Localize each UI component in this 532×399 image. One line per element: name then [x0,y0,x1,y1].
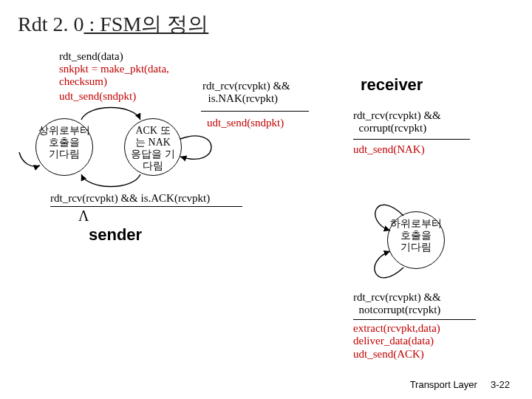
sender-state-wait-ack: ACK 또 는 NAK 응답을 기 다림 [124,118,182,176]
receiver-loop2-actions: extract(rcvpkt,data) deliver_data(data) … [353,322,440,361]
sender-top-action2: udt_send(sndpkt) [59,90,136,103]
page-title: Rdt 2. 0 : FSM의 정의 [18,10,208,38]
state-line: ACK 또 [125,125,181,137]
sender-right-event: rdt_rcv(rcvpkt) && is.NAK(rcvpkt) [202,80,290,106]
receiver-loop2-event: rdt_rcv(rcvpkt) && notcorrupt(rcvpkt) [353,291,441,317]
lambda-symbol: Λ [78,208,89,225]
state-line: 호출을 [388,230,444,242]
sender-top-event: rdt_send(data) [59,50,123,63]
sender-right-action: udt_send(sndpkt) [207,117,284,129]
state-line: 하위로부터 [388,218,444,230]
state-line: 호출을 [36,137,92,149]
footer-left: Transport Layer [410,379,477,390]
divider [201,111,309,112]
state-line: 기다림 [36,149,92,160]
footer-right: 3-22 [491,379,510,390]
state-line: 다림 [125,160,181,172]
title-prefix: Rdt 2. 0 [18,13,83,35]
receiver-loop1-action: udt_send(NAK) [353,143,425,156]
receiver-label: receiver [361,75,423,95]
sender-top-action1: snkpkt = make_pkt(data, checksum) [59,63,169,89]
sender-label: sender [89,225,142,245]
receiver-state-wait-call: 하위로부터 호출을 기다림 [387,211,445,269]
sender-state-wait-call: 상위로부터 호출을 기다림 [35,118,93,176]
divider [50,206,242,207]
sender-bottom-event: rdt_rcv(rcvpkt) && is.ACK(rcvpkt) [50,192,210,205]
title-suffix: : FSM의 정의 [83,13,208,35]
divider [353,319,476,320]
divider [353,139,470,140]
state-line: 기다림 [388,242,444,253]
state-line: 는 NAK [125,137,181,149]
footer: Transport Layer 3-22 [410,379,510,390]
receiver-loop1-event: rdt_rcv(rcvpkt) && corrupt(rcvpkt) [353,109,441,135]
state-line: 응답을 기 [125,149,181,160]
state-line: 상위로부터 [36,125,92,137]
